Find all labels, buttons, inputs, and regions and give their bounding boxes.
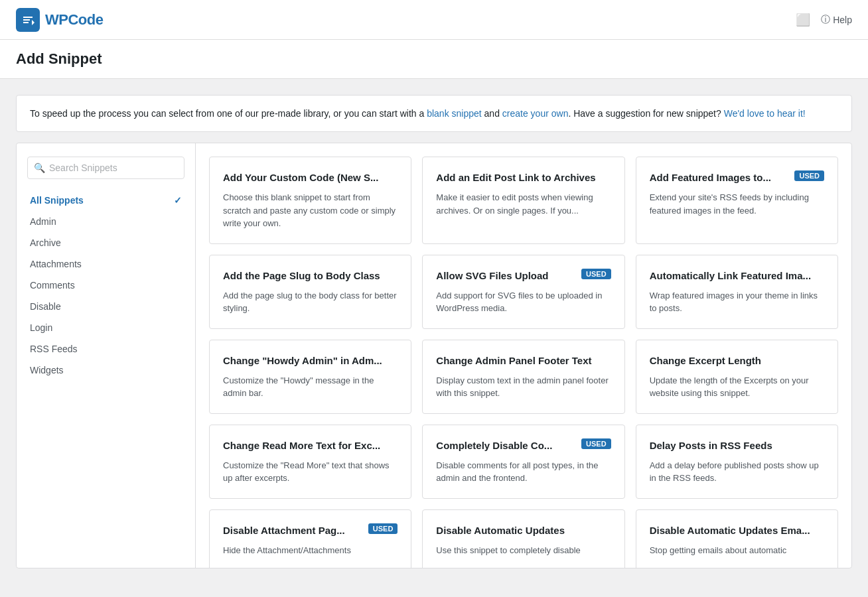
monitor-icon[interactable]: ⬜ <box>796 13 810 27</box>
snippet-card-header: Delay Posts in RSS Feeds <box>650 438 824 452</box>
snippet-card-desc: Extend your site's RSS feeds by includin… <box>650 191 824 217</box>
snippet-card-title: Change "Howdy Admin" in Adm... <box>223 354 398 367</box>
search-input[interactable] <box>27 157 184 179</box>
snippet-card-header: Disable Attachment Pag...USED <box>223 523 398 537</box>
snippet-card-desc: Hide the Attachment/Attachments <box>223 544 398 557</box>
snippet-card-desc: Update the length of the Excerpts on you… <box>650 374 824 400</box>
suggest-link[interactable]: We'd love to hear it! <box>724 108 806 119</box>
snippet-card-desc: Add the page slug to the body class for … <box>223 289 398 315</box>
search-input-container: 🔍 <box>27 157 184 179</box>
snippet-card-title: Disable Automatic Updates Ema... <box>650 523 824 537</box>
snippet-card-desc: Add support for SVG files to be uploaded… <box>436 289 611 315</box>
check-icon: ✓ <box>174 195 182 206</box>
snippet-card-header: Add an Edit Post Link to Archives <box>436 170 611 184</box>
snippet-card[interactable]: Disable Attachment Pag...USEDHide the At… <box>209 509 411 568</box>
used-badge: USED <box>368 523 398 534</box>
snippet-card-desc: Use this snippet to completely disable <box>436 544 611 557</box>
snippet-card-desc: Customize the "Read More" text that show… <box>223 459 398 485</box>
sidebar-nav-item-widgets[interactable]: Widgets <box>17 360 195 381</box>
sidebar-nav-item-all-snippets[interactable]: All Snippets✓ <box>17 190 195 211</box>
search-wrap: 🔍 <box>17 157 195 190</box>
snippet-card-title: Change Read More Text for Exc... <box>223 438 398 452</box>
used-badge: USED <box>581 438 611 449</box>
sidebar-nav-item-attachments[interactable]: Attachments <box>17 253 195 275</box>
snippet-card[interactable]: Disable Automatic UpdatesUse this snippe… <box>422 509 624 568</box>
used-badge: USED <box>794 170 824 181</box>
sidebar-item-label: Comments <box>30 280 75 291</box>
snippet-card-title: Disable Attachment Pag... <box>223 523 363 537</box>
sidebar-nav-item-disable[interactable]: Disable <box>17 296 195 317</box>
snippet-card-title: Add Featured Images to... <box>650 170 790 184</box>
sidebar-nav-item-archive[interactable]: Archive <box>17 232 195 253</box>
snippet-card[interactable]: Automatically Link Featured Ima...Wrap f… <box>636 255 838 329</box>
create-own-link[interactable]: create your own <box>502 108 569 119</box>
snippet-card-title: Change Excerpt Length <box>650 354 824 367</box>
sidebar-nav-item-login[interactable]: Login <box>17 317 195 338</box>
sidebar-nav-item-rss-feeds[interactable]: RSS Feeds <box>17 338 195 360</box>
sidebar-item-label: Admin <box>30 216 56 227</box>
header-right: ⬜ ⓘ Help <box>796 13 852 27</box>
info-text-middle: and <box>482 108 502 119</box>
snippet-card[interactable]: Add Your Custom Code (New S...Choose thi… <box>209 157 411 244</box>
help-circle-icon: ⓘ <box>821 14 830 26</box>
header-left: WPCode <box>16 8 103 32</box>
info-text-after: . Have a suggestion for new snippet? <box>568 108 723 119</box>
snippet-card[interactable]: Completely Disable Co...USEDDisable comm… <box>422 425 624 499</box>
main-content: To speed up the process you can select f… <box>0 79 868 584</box>
snippet-card-header: Disable Automatic Updates Ema... <box>650 523 824 537</box>
logo-text: WPCode <box>45 11 103 29</box>
snippet-card-title: Completely Disable Co... <box>436 438 576 452</box>
snippet-card-desc: Display custom text in the admin panel f… <box>436 374 611 400</box>
sidebar-nav-item-admin[interactable]: Admin <box>17 211 195 232</box>
logo-code: Code <box>68 11 103 28</box>
snippet-card-header: Change Excerpt Length <box>650 354 824 367</box>
snippet-card-title: Add Your Custom Code (New S... <box>223 170 398 184</box>
snippet-card-title: Change Admin Panel Footer Text <box>436 354 611 367</box>
snippet-card-header: Add Your Custom Code (New S... <box>223 170 398 184</box>
snippet-card-desc: Customize the "Howdy" message in the adm… <box>223 374 398 400</box>
snippet-card-desc: Choose this blank snippet to start from … <box>223 191 398 230</box>
sidebar-item-label: Login <box>30 322 52 333</box>
snippet-card-title: Add an Edit Post Link to Archives <box>436 170 611 184</box>
snippet-card[interactable]: Delay Posts in RSS FeedsAdd a delay befo… <box>636 425 838 499</box>
snippet-card-header: Allow SVG Files UploadUSED <box>436 269 611 283</box>
snippet-card[interactable]: Allow SVG Files UploadUSEDAdd support fo… <box>422 255 624 329</box>
info-text-before: To speed up the process you can select f… <box>30 108 427 119</box>
snippet-card-desc: Stop getting emails about automatic <box>650 544 824 557</box>
snippet-card-header: Automatically Link Featured Ima... <box>650 269 824 283</box>
snippet-card-desc: Wrap featured images in your theme in li… <box>650 289 824 315</box>
snippet-card-title: Delay Posts in RSS Feeds <box>650 438 824 452</box>
snippet-card-desc: Make it easier to edit posts when viewin… <box>436 191 611 217</box>
sidebar-item-label: RSS Feeds <box>30 344 78 354</box>
snippet-card[interactable]: Change Admin Panel Footer TextDisplay cu… <box>422 340 624 414</box>
blank-snippet-link[interactable]: blank snippet <box>427 108 482 119</box>
snippet-card[interactable]: Change Excerpt LengthUpdate the length o… <box>636 340 838 414</box>
snippet-card[interactable]: Change "Howdy Admin" in Adm...Customize … <box>209 340 411 414</box>
snippet-card-header: Change Read More Text for Exc... <box>223 438 398 452</box>
snippet-card[interactable]: Add an Edit Post Link to ArchivesMake it… <box>422 157 624 244</box>
sidebar-nav-item-comments[interactable]: Comments <box>17 275 195 296</box>
snippet-card-header: Add the Page Slug to Body Class <box>223 269 398 283</box>
snippet-card[interactable]: Disable Automatic Updates Ema...Stop get… <box>636 509 838 568</box>
main-panel: 🔍 All Snippets✓AdminArchiveAttachmentsCo… <box>16 143 852 568</box>
snippet-card-header: Disable Automatic Updates <box>436 523 611 537</box>
help-button[interactable]: ⓘ Help <box>821 14 852 26</box>
snippet-card[interactable]: Add the Page Slug to Body ClassAdd the p… <box>209 255 411 329</box>
snippet-card[interactable]: Add Featured Images to...USEDExtend your… <box>636 157 838 244</box>
svg-marker-0 <box>32 20 35 25</box>
sidebar: 🔍 All Snippets✓AdminArchiveAttachmentsCo… <box>17 143 196 568</box>
sidebar-item-label: Attachments <box>30 259 82 269</box>
snippet-card-title: Automatically Link Featured Ima... <box>650 269 824 283</box>
snippet-card-title: Allow SVG Files Upload <box>436 269 576 283</box>
snippet-card-header: Add Featured Images to...USED <box>650 170 824 184</box>
snippet-card-title: Add the Page Slug to Body Class <box>223 269 398 283</box>
snippet-card[interactable]: Change Read More Text for Exc...Customiz… <box>209 425 411 499</box>
logo-icon <box>16 8 40 32</box>
header: WPCode ⬜ ⓘ Help <box>0 0 868 40</box>
sidebar-item-label: Disable <box>30 301 61 312</box>
snippet-card-header: Change Admin Panel Footer Text <box>436 354 611 367</box>
snippet-card-desc: Add a delay before published posts show … <box>650 459 824 485</box>
snippet-card-title: Disable Automatic Updates <box>436 523 611 537</box>
snippet-card-header: Completely Disable Co...USED <box>436 438 611 452</box>
help-label: Help <box>833 15 852 25</box>
